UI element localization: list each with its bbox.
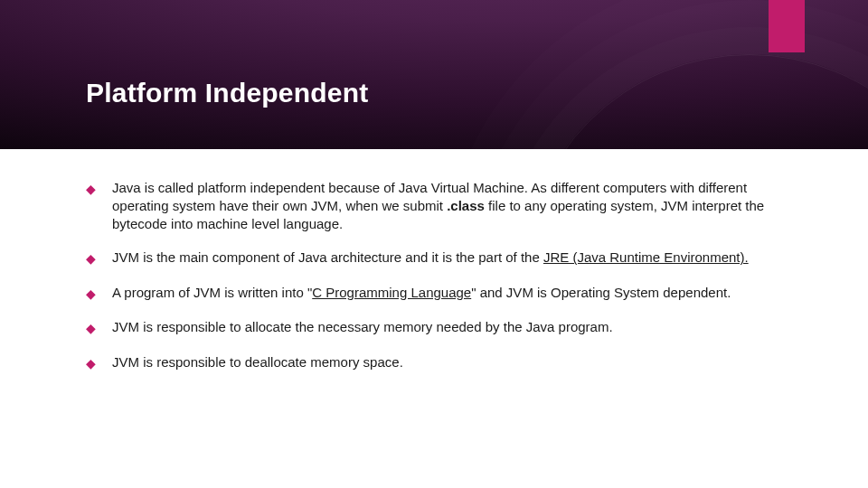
diamond-icon: ◆ (86, 355, 96, 371)
accent-tab (769, 0, 805, 52)
bullet-text: JVM is the main component of Java archit… (112, 249, 796, 267)
bullet-item: ◆ JVM is responsible to deallocate memor… (86, 353, 796, 371)
c-language-link[interactable]: C Programming Language (312, 285, 471, 300)
bullet-text: A program of JVM is written into "C Prog… (112, 284, 796, 302)
slide: Platform Independent ◆ Java is called pl… (0, 0, 868, 488)
header-band (0, 0, 868, 149)
diamond-icon: ◆ (86, 181, 96, 197)
bullet-item: ◆ JVM is the main component of Java arch… (86, 249, 796, 267)
content-area: ◆ Java is called platform independent be… (86, 179, 796, 388)
bullet-text: Java is called platform independent beca… (112, 179, 796, 232)
slide-title: Platform Independent (86, 78, 368, 108)
bullet-text: JVM is responsible to deallocate memory … (112, 353, 796, 371)
class-file-text: .class (447, 198, 485, 213)
jre-link[interactable]: JRE (Java Runtime Environment). (543, 249, 749, 265)
diamond-icon: ◆ (86, 320, 96, 336)
bullet-item: ◆ Java is called platform independent be… (86, 179, 796, 232)
bullet-item: ◆ JVM is responsible to allocate the nec… (86, 318, 796, 336)
bullet-item: ◆ A program of JVM is written into "C Pr… (86, 284, 796, 302)
diamond-icon: ◆ (86, 250, 96, 267)
diamond-icon: ◆ (86, 286, 96, 302)
bullet-text: JVM is responsible to allocate the neces… (112, 318, 796, 336)
